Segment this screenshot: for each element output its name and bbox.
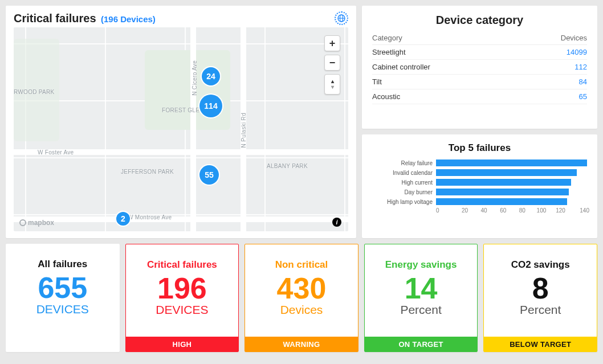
table-row: Tilt84 [372, 75, 587, 89]
zoom-in-button[interactable]: + [324, 35, 340, 51]
kpi-card[interactable]: Non critical430DevicesWARNING [245, 244, 358, 352]
kpi-badge: WARNING [245, 337, 358, 351]
cluster-bubble[interactable]: 2 [116, 212, 130, 226]
kpi-badge: HIGH [126, 337, 239, 351]
compass-button[interactable]: ▴ ▾ [324, 74, 340, 95]
tick: 80 [513, 207, 532, 214]
chart-x-axis: 020406080100120140 [436, 207, 589, 214]
kpi-card[interactable]: Energy savings14PercentON TARGET [364, 244, 478, 352]
category-name: Streetlight [372, 45, 520, 60]
tick: 0 [436, 207, 455, 214]
cluster-bubble[interactable]: 55 [199, 165, 219, 185]
kpi-title: Critical failures [147, 259, 217, 271]
bar-label: High current [370, 179, 433, 186]
kpi-title: Non critical [275, 259, 328, 271]
kpi-title: Energy savings [385, 259, 457, 271]
bar-row: Invalid calendar [370, 168, 589, 177]
bar[interactable] [436, 189, 569, 195]
table-row: Acoustic65 [372, 89, 587, 104]
category-name: Cabinet controller [372, 60, 520, 75]
tick: 100 [532, 207, 551, 214]
tick: 40 [474, 207, 494, 214]
map-label: N Cicero Ave [192, 60, 198, 96]
kpi-value: 8 [532, 273, 549, 304]
tick: 20 [455, 207, 475, 214]
bar-row: High lamp voltage [370, 197, 589, 206]
bar-row: Relay failure [370, 158, 589, 167]
device-count-link[interactable]: 112 [575, 63, 587, 71]
cluster-bubble[interactable]: 114 [199, 95, 222, 117]
globe-icon[interactable] [335, 11, 348, 25]
kpi-badge: BELOW TARGET [484, 337, 597, 351]
top-failures-card: Top 5 failures Relay failureInvalid cale… [362, 134, 597, 238]
table-row: Cabinet controller112 [372, 60, 587, 75]
map-label: RWOOD PARK [14, 89, 55, 95]
kpi-title: All failures [38, 259, 87, 270]
kpi-unit: Percent [400, 303, 441, 317]
col-category: Category [372, 31, 520, 45]
bar[interactable] [436, 159, 587, 166]
map-label: FOREST GLEN [162, 107, 204, 113]
bar-label: Invalid calendar [370, 170, 433, 176]
top-failures-title: Top 5 failures [370, 142, 589, 154]
kpi-unit: Percent [520, 303, 561, 317]
bar-label: High lamp voltage [370, 199, 433, 205]
kpi-badge: ON TARGET [365, 337, 478, 351]
top-failures-chart[interactable]: Relay failureInvalid calendarHigh curren… [370, 158, 589, 206]
bar-label: Relay failure [370, 160, 433, 166]
mapbox-logo: mapbox [19, 219, 54, 227]
map-controls: + − ▴ ▾ [324, 35, 340, 95]
map-device-count[interactable]: (196 Devices) [101, 14, 156, 24]
kpi-unit: DEVICES [156, 303, 208, 317]
bar[interactable] [436, 198, 567, 205]
device-count-link[interactable]: 14099 [567, 48, 587, 56]
category-name: Acoustic [372, 89, 520, 104]
map-viewport[interactable]: RWOOD PARKFOREST GLENN Cicero AveN Pulas… [14, 27, 348, 231]
device-category-card: Device category Category Devices Streetl… [362, 6, 597, 129]
kpi-card[interactable]: All failures655DEVICES [6, 244, 120, 352]
kpi-value: 196 [157, 273, 207, 304]
zoom-out-button[interactable]: − [324, 55, 340, 71]
category-name: Tilt [372, 75, 520, 89]
kpi-row: All failures655DEVICESCritical failures1… [6, 244, 597, 352]
cluster-bubble[interactable]: 24 [202, 67, 220, 85]
map-label: W Montrose Ave [128, 214, 172, 220]
device-category-title: Device category [372, 14, 587, 27]
bar[interactable] [436, 169, 577, 176]
bar-label: Day burner [370, 189, 433, 195]
map-label: JEFFERSON PARK [121, 169, 174, 175]
kpi-title: CO2 savings [511, 259, 570, 271]
device-count-link[interactable]: 65 [579, 92, 587, 101]
map-title: Critical failures [14, 12, 96, 24]
kpi-value: 430 [277, 273, 327, 304]
kpi-unit: Devices [280, 303, 323, 317]
table-row: Streetlight14099 [372, 45, 587, 60]
tick: 60 [494, 207, 513, 214]
device-category-table: Category Devices Streetlight14099Cabinet… [372, 31, 587, 104]
device-count-link[interactable]: 84 [579, 77, 587, 86]
kpi-value: 14 [405, 273, 438, 304]
critical-failures-map-card: Critical failures (196 Devices) RWOOD PA… [6, 6, 356, 238]
tick: 120 [551, 207, 571, 214]
map-label: N Pulaski Rd [241, 113, 247, 148]
map-label: W Foster Ave [38, 149, 74, 156]
bar[interactable] [436, 179, 571, 186]
kpi-card[interactable]: Critical failures196DEVICESHIGH [125, 244, 239, 352]
kpi-card[interactable]: CO2 savings8PercentBELOW TARGET [483, 244, 597, 352]
info-icon[interactable]: i [332, 218, 341, 227]
col-devices: Devices [520, 31, 587, 45]
kpi-unit: DEVICES [36, 302, 89, 316]
kpi-value: 655 [38, 272, 87, 304]
tick: 140 [570, 207, 589, 214]
bar-row: Day burner [370, 187, 589, 197]
map-label: ALBANY PARK [267, 163, 308, 169]
bar-row: High current [370, 178, 589, 187]
